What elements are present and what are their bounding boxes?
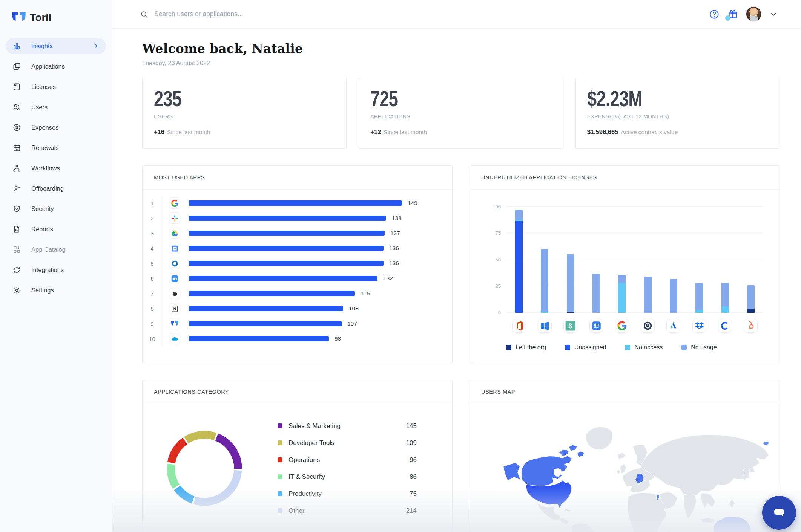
segment-no_usage xyxy=(670,279,677,313)
calendly-app-icon[interactable] xyxy=(718,319,732,333)
chat-button[interactable] xyxy=(762,496,796,530)
y-axis-tick: 50 xyxy=(496,257,501,262)
legend-swatch xyxy=(506,345,511,350)
segment-no_usage xyxy=(567,254,574,312)
segment-no_usage xyxy=(592,274,600,313)
donut-segment-other xyxy=(195,470,238,502)
brand-logo[interactable]: Torii xyxy=(0,0,112,24)
stat-value: 725 xyxy=(370,86,398,111)
most-used-row: 8108 xyxy=(143,301,439,316)
sidebar-item-insights[interactable]: Insights xyxy=(6,38,106,54)
sidebar-item-renewals[interactable]: Renewals xyxy=(6,139,106,156)
map-russia-northeast xyxy=(763,441,770,445)
google-app-icon[interactable] xyxy=(169,197,180,209)
intercom-app-icon[interactable] xyxy=(589,319,603,333)
sidebar-item-security[interactable]: Security xyxy=(6,200,106,217)
chevron-down-icon[interactable] xyxy=(769,10,778,18)
category-label: Developer Tools xyxy=(288,439,335,447)
notion-app-icon[interactable] xyxy=(169,303,180,314)
sidebar-item-reports[interactable]: Reports xyxy=(6,221,106,237)
sidebar-item-offboarding[interactable]: Offboarding xyxy=(6,180,106,197)
most-used-row: 431136 xyxy=(143,241,439,256)
atlassian-app-icon[interactable] xyxy=(666,319,680,333)
map-uk xyxy=(620,464,626,474)
donut-segment-it-security xyxy=(171,464,176,486)
sidebar-item-label: Offboarding xyxy=(31,185,64,192)
notification-dot xyxy=(725,15,730,21)
legend-swatch xyxy=(625,345,630,350)
sidebar-item-label: Licenses xyxy=(31,83,56,90)
category-value: 145 xyxy=(406,422,426,430)
app-icon-cell xyxy=(635,319,660,333)
sidebar-item-expenses[interactable]: Expenses xyxy=(6,119,106,136)
usage-bar xyxy=(189,216,386,221)
usage-bar xyxy=(189,246,384,251)
bar-cell xyxy=(609,207,635,313)
sidebar-item-applications[interactable]: Applications xyxy=(6,58,106,75)
users-map-card: USERS MAP xyxy=(470,380,780,532)
hibob-app-icon[interactable] xyxy=(563,319,577,333)
legend-label: Left the org xyxy=(516,344,546,351)
okta-app-icon[interactable] xyxy=(169,258,180,269)
category-swatch xyxy=(278,423,282,428)
rank-label: 5 xyxy=(143,256,162,271)
microsoft-office-app-icon[interactable] xyxy=(512,319,526,333)
gift-icon[interactable] xyxy=(727,9,738,20)
help-icon[interactable] xyxy=(709,9,720,20)
1password-app-icon[interactable] xyxy=(641,319,655,333)
sidebar: Torii InsightsApplicationsLicensesUsersE… xyxy=(0,0,112,532)
category-row-it-security: IT & Security86 xyxy=(278,468,426,485)
google-drive-app-icon[interactable] xyxy=(169,228,180,239)
google-app-icon[interactable] xyxy=(615,319,629,333)
search-input[interactable] xyxy=(153,10,380,18)
sidebar-item-settings[interactable]: Settings xyxy=(6,282,106,298)
stat-label: USERS xyxy=(154,113,335,119)
chat-bubble-icon xyxy=(770,504,788,521)
sidebar-item-users[interactable]: Users xyxy=(6,99,106,115)
sidebar-item-app-catalog[interactable]: App Catalog xyxy=(6,241,106,258)
legend-item-no-access: No access xyxy=(625,344,663,351)
usage-bar-wrap: 149 xyxy=(187,200,439,206)
stat-delta: +12Since last month xyxy=(370,128,551,136)
segment-no_usage xyxy=(644,277,652,313)
microsoft-app-icon[interactable] xyxy=(538,319,552,333)
rank-label: 4 xyxy=(143,241,162,256)
salesforce-app-icon[interactable] xyxy=(169,333,180,344)
sidebar-item-integrations[interactable]: Integrations xyxy=(6,261,106,278)
gong-app-icon[interactable] xyxy=(169,288,180,299)
sidebar-item-label: Users xyxy=(31,104,48,111)
donut-segment-sales-marketing xyxy=(217,437,238,469)
bar-cell xyxy=(738,207,764,313)
category-swatch xyxy=(278,457,282,462)
stat-card-users: 235 USERS +16Since last month xyxy=(142,78,347,149)
category-donut-chart xyxy=(164,428,244,508)
sidebar-item-workflows[interactable]: Workflows xyxy=(6,160,106,176)
segment-left_the_org xyxy=(747,309,755,313)
dropbox-app-icon[interactable] xyxy=(692,319,706,333)
most-used-apps-card: MOST USED APPS 1149213831374311365136613… xyxy=(142,165,453,363)
dashboard-content: Welcome back, Natalie Tuesday, 23 August… xyxy=(112,29,801,532)
usage-value: 136 xyxy=(389,260,399,267)
bar-cell xyxy=(635,207,660,313)
category-label: Productivity xyxy=(288,490,322,498)
sidebar-item-licenses[interactable]: Licenses xyxy=(6,78,106,95)
most-used-row: 9107 xyxy=(143,316,439,331)
torii-app-icon[interactable] xyxy=(169,318,180,329)
usage-value: 116 xyxy=(361,290,370,297)
category-row-productivity: Productivity75 xyxy=(278,485,426,502)
zoom-app-icon[interactable] xyxy=(169,273,180,284)
map-southeast-asia xyxy=(701,493,715,508)
microsoft-office-stacked-bar xyxy=(515,210,523,313)
stat-delta: +16Since last month xyxy=(154,128,335,136)
usage-bar-wrap: 98 xyxy=(187,335,439,342)
hubspot-app-icon[interactable] xyxy=(744,319,758,333)
most-used-row: 3137 xyxy=(143,226,439,241)
slack-app-icon[interactable] xyxy=(169,212,180,224)
avatar[interactable] xyxy=(746,6,761,22)
map-mexico xyxy=(537,503,561,520)
usage-bar-wrap: 132 xyxy=(187,275,439,282)
segment-no_access xyxy=(721,306,729,313)
usage-value: 108 xyxy=(349,305,359,312)
google-calendar-app-icon[interactable]: 31 xyxy=(169,243,180,254)
sidebar-item-label: Security xyxy=(31,205,54,212)
